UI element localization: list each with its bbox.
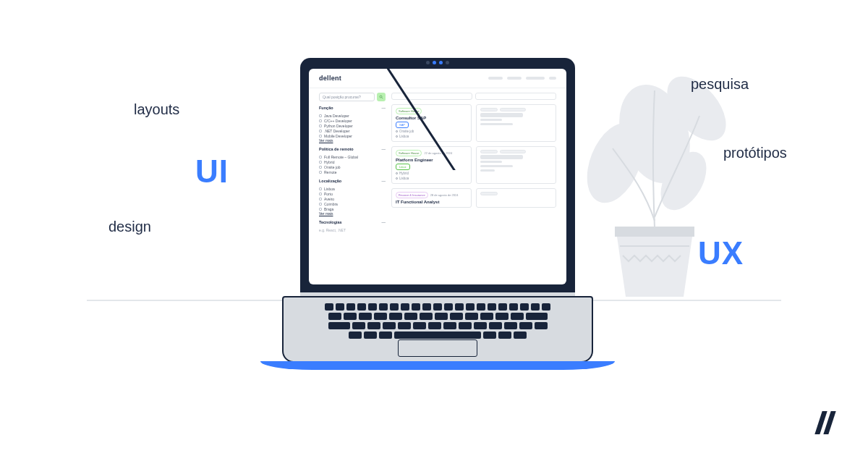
filter-option[interactable]: .NET Developer (319, 128, 386, 133)
filter-option[interactable]: Java Developer (319, 113, 386, 118)
job-title: Platform Engineer (396, 158, 467, 162)
filter-option[interactable]: Onsite job (319, 164, 386, 169)
facet-title: Função (319, 106, 333, 110)
job-card[interactable]: Software House Consultor SAP SAP Onsite … (391, 104, 472, 142)
job-meta: Hybrid (396, 172, 467, 175)
search-bar[interactable]: Qual posição procuras? (319, 93, 386, 101)
filter-option[interactable]: Mobile Developer (319, 133, 386, 138)
svg-rect-4 (615, 227, 694, 237)
filter-option[interactable]: Porto (319, 191, 386, 196)
job-meta: Lisboa (396, 135, 467, 138)
job-meta: Onsite job (396, 130, 467, 133)
facet-funcao: Função— Java Developer C/C++ Developer P… (319, 106, 386, 143)
job-card-skeleton (476, 146, 556, 184)
search-icon (379, 95, 383, 99)
label-layouts: layouts (134, 101, 179, 118)
filter-option[interactable]: Remote (319, 169, 386, 174)
nav-skeleton (488, 77, 556, 80)
job-title: Consultor SAP (396, 116, 467, 120)
job-board-app: dellent Qual posição procuras? (309, 69, 566, 284)
brand-logo: dellent (319, 75, 341, 82)
job-card[interactable]: Finance & Insurance 28 de agosto de 2024… (391, 188, 472, 208)
label-ux: UX (698, 235, 744, 271)
facet-remoto: Política de remoto— Full Remote – Global… (319, 147, 386, 174)
laptop-illustration: dellent Qual posição procuras? (282, 58, 593, 376)
filter-option[interactable]: Full Remote – Global (319, 154, 386, 159)
brand-mark-icon (810, 408, 839, 437)
svg-line-6 (382, 98, 383, 99)
facet-title: Localização (319, 179, 341, 183)
date-chip: 22 de agosto de 2024 (424, 151, 452, 155)
tech-badge: Linux (396, 164, 410, 170)
label-prototipos: protótipos (723, 145, 787, 161)
date-chip: 28 de agosto de 2024 (430, 193, 459, 197)
filter-option[interactable]: Hybrid (319, 159, 386, 164)
filter-option[interactable]: Python Developer (319, 123, 386, 128)
label-design: design (109, 219, 151, 235)
tech-badge: SAP (396, 122, 409, 128)
job-title: IT Functional Analyst (396, 200, 467, 204)
filter-option[interactable]: Aveiro (319, 196, 386, 201)
facet-title: Tecnologias (319, 220, 342, 224)
job-card-skeleton (476, 104, 556, 142)
category-chip: Finance & Insurance (396, 192, 428, 198)
category-chip: Software House (396, 108, 422, 114)
see-more-link[interactable]: Ver mais (319, 138, 386, 143)
svg-point-5 (380, 96, 382, 98)
filter-option[interactable]: C/C++ Developer (319, 118, 386, 123)
sort-controls[interactable] (391, 93, 556, 100)
trackpad-illustration (398, 339, 477, 357)
filter-option[interactable]: Coimbra (319, 201, 386, 206)
facet-tecnologias: Tecnologias— e.g. React, .NET (319, 220, 386, 232)
facet-localizacao: Localização— Lisboa Porto Aveiro Coimbra… (319, 179, 386, 216)
label-pesquisa: pesquisa (691, 76, 749, 93)
filter-option[interactable]: Lisboa (319, 186, 386, 191)
keyboard-illustration (312, 303, 563, 339)
facet-title: Política de remoto (319, 147, 354, 151)
search-input[interactable]: Qual posição procuras? (319, 93, 375, 101)
category-chip: Software House (396, 150, 422, 156)
webcam-cluster (426, 61, 449, 64)
search-button[interactable] (377, 93, 386, 101)
filter-option[interactable]: Braga (319, 206, 386, 211)
job-meta: Lisboa (396, 177, 467, 180)
job-card[interactable]: Software House 22 de agosto de 2024 Plat… (391, 146, 472, 184)
filter-tag-input[interactable]: e.g. React, .NET (319, 227, 386, 232)
see-more-link[interactable]: Ver mais (319, 211, 386, 216)
job-card-skeleton (476, 188, 556, 208)
label-ui: UI (195, 153, 229, 190)
